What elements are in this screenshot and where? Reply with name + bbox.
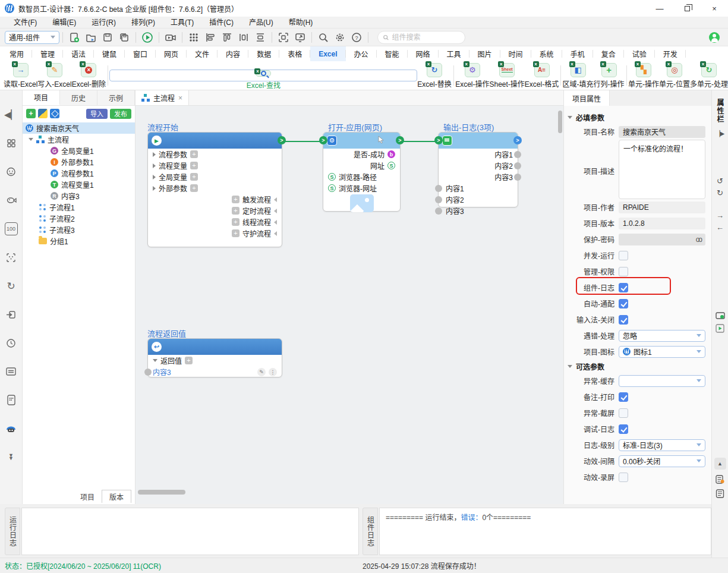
component-search-input[interactable] xyxy=(392,33,460,42)
input-port[interactable] xyxy=(144,369,152,376)
package-cube-icon[interactable] xyxy=(50,109,59,118)
menu-edit[interactable]: 编辑(E) xyxy=(45,17,84,29)
focus-capture-button[interactable] xyxy=(276,30,291,45)
anim-record-checkbox[interactable] xyxy=(619,473,628,482)
ribbon-tab[interactable]: 内容 xyxy=(218,46,248,61)
debug-log-checkbox[interactable] xyxy=(619,424,628,434)
ribbon-item-cell-position[interactable]: ◎ 单元-位置 xyxy=(659,63,690,89)
ribbon-item-excel-operate[interactable]: ⚙ Excel-操作 xyxy=(455,63,489,89)
collapse-left-icon[interactable] xyxy=(274,197,277,202)
ribbon-tab[interactable]: 表格 xyxy=(279,46,310,61)
tree-main-flow[interactable]: 主流程 xyxy=(23,134,135,145)
output-connector[interactable]: > xyxy=(278,136,286,144)
ribbon-tab-excel-active[interactable]: Excel xyxy=(310,46,345,61)
menu-tools[interactable]: 工具(T) xyxy=(163,17,201,29)
menu-file[interactable]: 文件(F) xyxy=(6,17,45,29)
tree-subflow-3[interactable]: 子流程3 xyxy=(23,224,135,235)
ribbon-item-excel-replace[interactable]: ↻ Excel-替换 xyxy=(417,63,451,89)
expand-panel-icon[interactable]: ▕▶ xyxy=(714,127,726,139)
input-port[interactable] xyxy=(435,185,442,192)
menu-plugins[interactable]: 插件(C) xyxy=(201,17,241,29)
expand-caret-icon[interactable] xyxy=(153,359,157,362)
section-optional-params[interactable]: 可选参数 xyxy=(568,360,705,373)
menu-product[interactable]: 产品(U) xyxy=(241,17,281,29)
canvas-vertical-scrollbar[interactable] xyxy=(558,111,562,133)
publish-button[interactable]: 发布 xyxy=(110,109,131,119)
concurrent-run-checkbox[interactable] xyxy=(619,251,628,260)
tree-subflow-2[interactable]: 子流程2 xyxy=(23,213,135,224)
auto-match-checkbox[interactable] xyxy=(619,299,628,308)
tree-group-1[interactable]: 分组1 xyxy=(23,235,135,247)
tree-var-external[interactable]: I 外部参数1 xyxy=(23,156,135,168)
add-param-icon[interactable]: + xyxy=(190,173,198,181)
import-button[interactable]: 导入 xyxy=(86,109,108,119)
node-flow-return-header[interactable]: ↩ xyxy=(148,339,282,355)
screen-record-icon[interactable] xyxy=(714,310,726,322)
menu-arrange[interactable]: 排列(P) xyxy=(124,17,163,29)
add-param-icon[interactable]: + xyxy=(190,162,198,169)
input-port[interactable] xyxy=(435,207,442,215)
output-connector[interactable]: > xyxy=(396,136,404,144)
tree-var-flow-param[interactable]: P 流程参数1 xyxy=(23,168,135,179)
add-flow-icon[interactable]: + xyxy=(232,229,239,237)
canvas-tab-main-flow[interactable]: 主流程 × xyxy=(135,90,189,105)
distribute-vertical-button[interactable] xyxy=(253,30,268,45)
run-log-tab[interactable]: 运行日志 xyxy=(5,508,20,555)
ribbon-item-excel-find[interactable]: Excel-查找 xyxy=(109,70,417,81)
ribbon-tab[interactable]: 试验 xyxy=(624,46,655,61)
close-button[interactable]: × xyxy=(701,0,728,17)
feedback-smiley-icon[interactable] xyxy=(5,165,18,178)
ribbon-item-cell-operate[interactable]: ▚ 单元-操作 xyxy=(628,63,659,89)
flow-canvas[interactable]: 流程开始 ▶ > 流程参数+ 流程变量+ 全局变量+ 外部参数+ +触发流程 +… xyxy=(135,106,563,497)
ribbon-tab[interactable]: 常用 xyxy=(1,46,32,61)
ribbon-tab[interactable]: 开发 xyxy=(655,46,686,61)
project-description-input[interactable]: 一个标准化的流程！ xyxy=(619,140,705,199)
expander-icon[interactable] xyxy=(153,152,156,157)
ribbon-tab[interactable]: 网页 xyxy=(156,46,187,61)
log-list-icon[interactable] xyxy=(714,487,726,499)
tree-var-content3[interactable]: R 内容3 xyxy=(23,190,135,202)
collapse-left-icon[interactable] xyxy=(274,209,277,213)
ribbon-tab[interactable]: 网络 xyxy=(408,46,439,61)
component-log-tab[interactable]: 组件日志 xyxy=(363,508,378,555)
collapse-left-icon[interactable] xyxy=(274,231,277,236)
node-open-app[interactable]: ⚙ > > 是否-成功b 网址S S浏览器-路径 S浏览器-网址 xyxy=(323,132,401,212)
tab-examples[interactable]: 示例 xyxy=(97,90,135,105)
section-required-params[interactable]: 必填参数 xyxy=(568,111,705,124)
project-icon-select[interactable]: 图标1 xyxy=(619,346,705,358)
ribbon-item-sheet-operate[interactable]: Sheet Sheet-操作 xyxy=(489,63,524,89)
help-button[interactable]: ? xyxy=(349,30,364,45)
new-project-button[interactable] xyxy=(67,30,82,45)
menu-help[interactable]: 帮助(H) xyxy=(281,17,321,29)
fish-icon[interactable] xyxy=(5,194,18,207)
bottom-tab-project[interactable]: 项目 xyxy=(73,490,102,503)
arrow-left-icon[interactable]: ← xyxy=(714,221,726,233)
phone-components-icon[interactable] xyxy=(5,393,18,407)
protect-password-input[interactable]: oo xyxy=(619,234,705,245)
ribbon-tab[interactable]: 语法 xyxy=(63,46,94,61)
expand-caret-icon[interactable] xyxy=(29,138,33,141)
add-return-icon[interactable]: + xyxy=(185,357,193,364)
input-connector[interactable]: > xyxy=(434,136,443,144)
ribbon-tab[interactable]: 文件 xyxy=(187,46,218,61)
add-param-icon[interactable]: + xyxy=(190,184,198,192)
input-connector[interactable]: > xyxy=(319,136,327,144)
expander-icon[interactable] xyxy=(153,186,156,191)
tree-subflow-1[interactable]: 子流程1 xyxy=(23,202,135,213)
close-tab-icon[interactable]: × xyxy=(178,94,182,102)
node-output-log[interactable]: > > 内容1 内容2 内容3 内容1 内容2 内容3 xyxy=(438,132,518,207)
node-open-app-header[interactable]: ⚙ > > xyxy=(323,133,400,149)
manage-permission-checkbox[interactable] xyxy=(619,267,628,276)
project-version-input[interactable]: 1.0.2.8 xyxy=(619,218,705,229)
python-icon[interactable] xyxy=(38,109,48,118)
input-port[interactable] xyxy=(435,196,442,203)
node-flow-start[interactable]: ▶ > 流程参数+ 流程变量+ 全局变量+ 外部参数+ +触发流程 +定时流程 … xyxy=(147,132,282,247)
edit-pencil-icon[interactable]: ✎ xyxy=(257,368,266,376)
ribbon-tab[interactable]: 工具 xyxy=(439,46,469,61)
arrow-right-icon[interactable]: → xyxy=(714,209,726,221)
undo-icon[interactable]: ↺ xyxy=(714,175,726,187)
collapse-left-icon[interactable] xyxy=(274,220,277,225)
ribbon-item-write-excel[interactable]: ✎ 写入-Excel xyxy=(37,63,71,89)
node-flow-return[interactable]: ↩ 返回值+ 内容3 ✎ ⋮ xyxy=(147,338,282,377)
anim-interval-select[interactable]: 0.00秒-关闭 xyxy=(619,455,705,467)
